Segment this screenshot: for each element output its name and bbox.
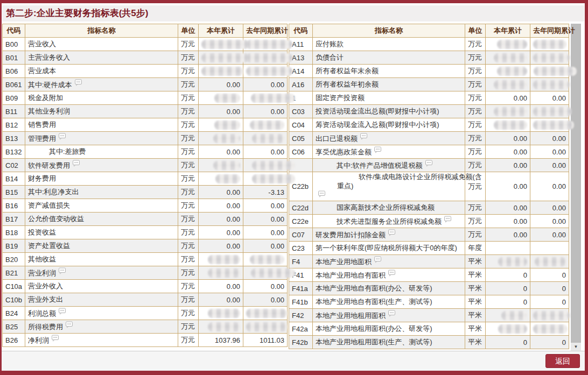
footer-bar: 返回: [2, 351, 585, 371]
indicator-name-cell: 其他收益: [25, 253, 178, 266]
indicator-name-cell: 其他业务利润: [25, 105, 178, 118]
indicator-name: 利润总额: [28, 309, 56, 319]
tooltip-comment-icon[interactable]: [72, 160, 80, 168]
redacted-value: [251, 268, 295, 278]
tooltip-comment-icon[interactable]: [318, 190, 326, 200]
indicator-name: 软件/集成电路设计企业所得税减免额(含重点): [337, 172, 484, 190]
indicator-name: 出口已退税额: [316, 134, 358, 144]
unit-cell: 万元: [465, 78, 486, 91]
code-cell: C22d: [289, 201, 313, 215]
tooltip-comment-icon[interactable]: [58, 267, 66, 276]
indicator-name-cell: 本地产业用地面积: [313, 255, 465, 268]
current-value-cell: [199, 253, 243, 266]
table-header-row: 代码指标名称单位本年累计去年同期累计: [289, 24, 569, 38]
indicator-name-cell: 技术先进型服务企业所得税减免额: [313, 215, 465, 228]
code-cell: C05: [289, 132, 313, 145]
redacted-value: [251, 94, 295, 103]
code-cell: C06: [289, 145, 313, 159]
tooltip-comment-icon[interactable]: [374, 256, 382, 265]
indicator-name-cell: 本地产业用地租用面积(办公、研发等): [313, 322, 465, 336]
table-row: A16所有者权益年初余额万元: [289, 78, 569, 91]
current-value-cell: [486, 78, 530, 91]
tooltip-comment-icon[interactable]: [360, 133, 368, 141]
redacted-value: [497, 67, 527, 76]
table-row: A13负债合计万元: [289, 51, 569, 65]
indicator-name: 本地产业用地租用面积: [316, 311, 386, 321]
indicator-name-cell: 筹资活动现金流入总额(即财报中小计项): [313, 118, 465, 132]
tooltip-comment-icon[interactable]: [65, 321, 73, 330]
indicator-name: 应付账款: [316, 39, 344, 49]
redacted-value: [534, 67, 577, 76]
unit-cell: 万元: [178, 307, 199, 320]
table-row: C10b营业外支出万元0.000.00: [3, 293, 288, 307]
unit-cell: 万元: [178, 145, 199, 159]
table-row: F42a本地产业用地租用面积(办公、研发等)平米: [289, 322, 569, 336]
previous-value-cell: 0: [530, 268, 569, 282]
code-cell: B16: [3, 199, 25, 213]
table-row: C06享受优惠政策金额万元0.000.00: [289, 145, 569, 159]
table-row: B20其他收益万元: [3, 253, 288, 266]
back-button[interactable]: 返回: [545, 354, 580, 368]
previous-value-cell: [530, 309, 569, 322]
unit-cell: 万元: [178, 38, 199, 51]
redacted-value: [215, 174, 240, 183]
unit-cell: 平米: [465, 295, 486, 309]
current-value-cell: [199, 91, 243, 105]
indicator-name-cell: 负债合计: [313, 51, 465, 65]
redacted-value: [494, 80, 527, 89]
tooltip-comment-icon[interactable]: [388, 229, 396, 238]
unit-cell: 万元: [178, 51, 199, 65]
previous-value-cell: [530, 242, 569, 255]
tooltip-comment-icon[interactable]: [425, 160, 433, 168]
indicator-name-cell: 软件/集成电路设计企业所得税减免额(含重点): [313, 172, 465, 201]
code-cell: C03: [289, 105, 313, 118]
table-row: F4本地产业用地面积平米: [289, 255, 569, 268]
unit-cell: 万元: [465, 145, 486, 159]
tooltip-comment-icon[interactable]: [388, 270, 396, 278]
tooltip-comment-icon[interactable]: [444, 216, 452, 224]
table-row: B17公允价值变动收益万元0.000.00: [3, 213, 288, 226]
tooltip-comment-icon[interactable]: [374, 146, 382, 155]
column-header: 去年同期累计: [243, 24, 288, 38]
redacted-value: [533, 324, 568, 334]
tooltip-comment-icon[interactable]: [51, 335, 59, 343]
indicator-name: 本地产业用地租用面积(生产、测试等): [316, 337, 432, 347]
indicator-name: 本地产业用地自有面积(办公、研发等): [316, 284, 432, 293]
tooltip-comment-icon[interactable]: [58, 308, 66, 316]
table-row: F41a本地产业用地自有面积(办公、研发等)平米00: [289, 282, 569, 295]
previous-value-cell: [243, 159, 288, 172]
scroll-down-button[interactable]: ▼: [571, 343, 581, 351]
table-row: F41本地产业用地自有面积平米00: [289, 268, 569, 282]
current-value-cell: [199, 320, 243, 334]
tooltip-comment-icon[interactable]: [58, 133, 66, 141]
redacted-value: [213, 134, 240, 143]
table-row: B132其中:差旅费万元0.000.00: [3, 145, 288, 159]
table-row: B09税金及附加万元: [3, 91, 288, 105]
redacted-value: [497, 40, 527, 49]
indicator-name: 营业外收入: [28, 281, 63, 291]
financial-table-right: 代码指标名称单位本年累计去年同期累计 A11应付账款万元A13负债合计万元A14…: [289, 24, 569, 349]
tooltip-comment-icon[interactable]: [388, 310, 396, 319]
previous-value-cell: [530, 65, 569, 78]
current-value-cell: [486, 118, 530, 132]
unit-cell: 万元: [465, 201, 486, 215]
unit-cell: 万元: [178, 91, 199, 105]
code-cell: B26: [3, 334, 25, 347]
code-cell: B21: [3, 266, 25, 280]
previous-value-cell: 0.00: [243, 293, 288, 307]
current-value-cell: 0.00: [199, 226, 243, 239]
current-value-cell: 0.00: [486, 132, 530, 145]
tooltip-comment-icon[interactable]: [74, 79, 82, 88]
indicator-name: 其中:硬件成本: [28, 80, 72, 90]
indicator-name: 所有者权益年末余额: [316, 66, 379, 76]
table-row: B11其他业务利润万元0.000.00: [3, 105, 288, 118]
current-value-cell: [486, 105, 530, 118]
indicator-name: 第一个获利年度(即应纳税所得额大于0的年度): [316, 243, 457, 253]
code-cell: F41a: [289, 282, 313, 295]
current-value-cell: [486, 242, 530, 255]
redacted-value: [246, 67, 292, 76]
unit-cell: 万元: [178, 118, 199, 132]
indicator-name-cell: 营业外收入: [25, 280, 178, 293]
column-header: 单位: [178, 24, 199, 38]
current-value-cell: [199, 132, 243, 145]
